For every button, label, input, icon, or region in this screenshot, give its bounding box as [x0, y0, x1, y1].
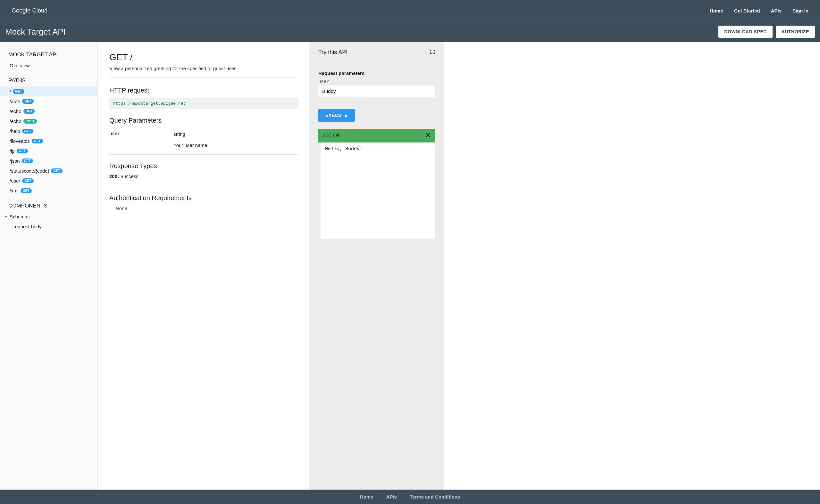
- method-badge: GET: [22, 129, 33, 134]
- method-badge: GET: [22, 99, 33, 104]
- sidebar-path-item[interactable]: /xmlGET: [0, 186, 97, 196]
- chevron-down-icon: [4, 216, 8, 218]
- sidebar-path-item[interactable]: /statuscode/{code}GET: [0, 166, 97, 176]
- sidebar-path-item[interactable]: /echoPOST: [0, 116, 97, 126]
- sidebar-path-item[interactable]: /userGET: [0, 176, 97, 186]
- sidebar-api-title: MOCK TARGET API: [0, 49, 97, 61]
- google-cloud-logo[interactable]: Google Cloud: [12, 7, 47, 14]
- sidebar-path-item[interactable]: /ipGET: [0, 146, 97, 156]
- sidebar-components-title: COMPONENTS: [0, 200, 97, 212]
- response-code: 200:: [109, 174, 119, 179]
- download-spec-button[interactable]: DOWNLOAD SPEC: [718, 26, 773, 38]
- path-label: /help: [10, 128, 20, 134]
- method-badge: GET: [51, 168, 62, 173]
- path-label: /ip: [10, 148, 15, 154]
- path-label: /echo: [10, 118, 21, 124]
- sidebar-paths-list: /GET/authGET/echoGET/echoPOST/helpGET/il…: [0, 86, 97, 196]
- path-label: /statuscode/{code}: [10, 168, 49, 174]
- path-label: /echo: [10, 109, 21, 114]
- sidebar-paths-title: PATHS: [0, 75, 97, 86]
- method-badge: POST: [23, 119, 37, 124]
- sidebar: MOCK TARGET API Overview PATHS /GET/auth…: [0, 42, 98, 490]
- param-type: string: [173, 131, 298, 137]
- auth-title: Authentication Requirements: [109, 194, 298, 202]
- try-panel-title: Try this API: [318, 49, 348, 56]
- response-status-text: 200 OK: [323, 133, 340, 139]
- sidebar-path-item[interactable]: /GET: [0, 86, 97, 96]
- http-request-url: https://mocktarget.apigee.net: [109, 98, 298, 109]
- param-desc: Your user name.: [173, 142, 298, 148]
- sidebar-schema-item[interactable]: request-body: [0, 222, 97, 232]
- sidebar-schemas-label: Schemas: [10, 214, 30, 219]
- nav-apis[interactable]: APIs: [771, 8, 782, 13]
- api-title: Mock Target API: [5, 27, 66, 37]
- response-line: 200: Success: [109, 174, 298, 179]
- footer-home[interactable]: Home: [360, 494, 373, 500]
- sidebar-schemas-toggle[interactable]: Schemas: [0, 212, 97, 222]
- logo-text: Google Cloud: [12, 7, 47, 14]
- endpoint-description: View a personalized greeting for the spe…: [109, 66, 298, 71]
- path-label: /xml: [10, 188, 19, 193]
- execute-button[interactable]: EXECUTE: [318, 109, 355, 122]
- http-request-title: HTTP request: [109, 87, 298, 94]
- response-text: Success: [119, 174, 138, 179]
- path-label: /user: [10, 178, 20, 183]
- user-field-input[interactable]: [318, 85, 435, 97]
- sidebar-path-item[interactable]: /authGET: [0, 96, 97, 106]
- footer-terms[interactable]: Terms and Conditions: [410, 494, 460, 500]
- auth-none: None.: [109, 206, 298, 211]
- path-label: /auth: [10, 99, 20, 104]
- param-row: user string Your user name.: [109, 128, 298, 151]
- footer: Home APIs Terms and Conditions: [0, 490, 820, 504]
- try-panel: Try this API Request parameters user EXE…: [309, 42, 444, 490]
- close-icon[interactable]: [425, 132, 430, 139]
- nav-home[interactable]: Home: [710, 8, 723, 13]
- user-field-label: user: [318, 79, 435, 84]
- top-nav-links: Home Get Started APIs Sign In: [710, 8, 808, 13]
- divider: [109, 77, 298, 78]
- title-bar: Mock Target API DOWNLOAD SPEC AUTHORIZE: [0, 21, 820, 42]
- sidebar-overview[interactable]: Overview: [0, 61, 97, 70]
- request-params-title: Request parameters: [318, 70, 435, 76]
- top-nav: Google Cloud Home Get Started APIs Sign …: [0, 0, 820, 21]
- sidebar-path-item[interactable]: /jsonGET: [0, 156, 97, 166]
- footer-apis[interactable]: APIs: [386, 494, 397, 500]
- content-area: GET / View a personalized greeting for t…: [98, 42, 309, 490]
- method-badge: GET: [22, 178, 33, 183]
- nav-get-started[interactable]: Get Started: [734, 8, 760, 13]
- method-badge: GET: [13, 89, 24, 94]
- sidebar-path-item[interactable]: /echoGET: [0, 106, 97, 116]
- method-badge: GET: [23, 109, 35, 114]
- title-bar-buttons: DOWNLOAD SPEC AUTHORIZE: [718, 26, 815, 38]
- param-name: user: [109, 131, 173, 148]
- query-params-title: Query Parameters: [109, 117, 298, 124]
- method-badge: GET: [17, 149, 28, 153]
- response-status-bar: 200 OK: [318, 129, 435, 142]
- nav-sign-in[interactable]: Sign In: [792, 8, 808, 13]
- param-meta: string Your user name.: [173, 131, 298, 148]
- schema-item-label: request-body: [13, 224, 42, 229]
- path-label: /iloveapis: [10, 138, 30, 144]
- try-panel-header: Try this API: [318, 49, 435, 56]
- method-badge: GET: [22, 159, 33, 163]
- sidebar-path-item[interactable]: /helpGET: [0, 126, 97, 136]
- fullscreen-icon[interactable]: [430, 49, 435, 55]
- sidebar-path-item[interactable]: /iloveapisGET: [0, 136, 97, 146]
- method-badge: GET: [20, 188, 32, 193]
- sidebar-overview-label: Overview: [10, 63, 30, 68]
- authorize-button[interactable]: AUTHORIZE: [776, 26, 815, 38]
- response-types-title: Response Types: [109, 162, 298, 170]
- response-body: Hello, Buddy!: [318, 142, 435, 239]
- main-area: MOCK TARGET API Overview PATHS /GET/auth…: [0, 42, 820, 490]
- method-badge: GET: [32, 139, 43, 143]
- divider: [109, 154, 298, 155]
- endpoint-heading: GET /: [109, 52, 298, 62]
- path-label: /: [10, 89, 11, 94]
- path-label: /json: [10, 158, 20, 164]
